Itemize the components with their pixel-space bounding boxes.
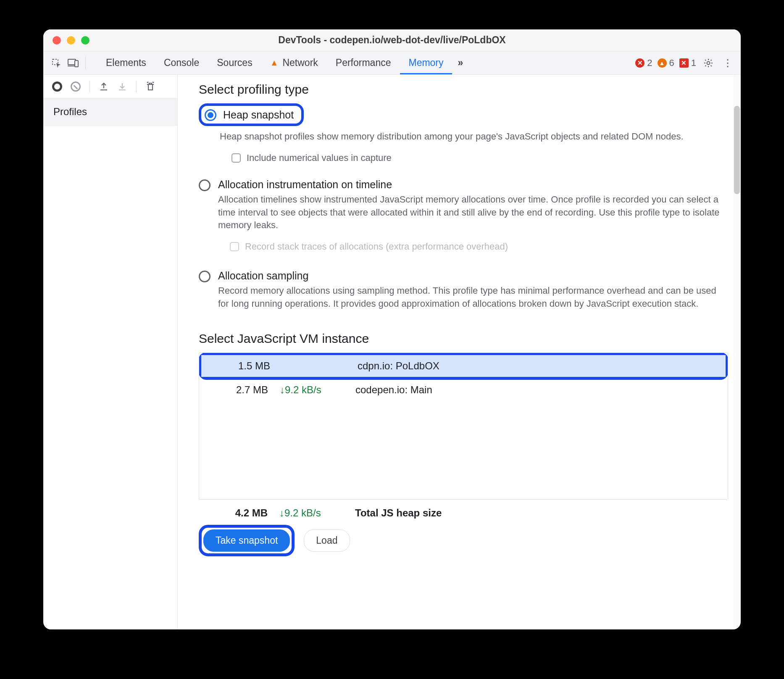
vm-name: codepen.io: Main bbox=[355, 384, 718, 396]
tab-performance[interactable]: Performance bbox=[327, 51, 400, 74]
profiles-sidebar: Profiles bbox=[43, 75, 178, 629]
arrow-down-icon: ↓ bbox=[280, 384, 285, 395]
arrow-down-icon: ↓ bbox=[279, 507, 284, 518]
traffic-lights bbox=[43, 36, 89, 45]
window-zoom-button[interactable] bbox=[81, 36, 89, 45]
status-bar: ✕ 2 ▲ 6 ✕ 1 ⋮ bbox=[635, 56, 735, 70]
option-title: Allocation sampling bbox=[218, 270, 728, 282]
radio-allocation-sampling[interactable] bbox=[199, 271, 210, 282]
warning-icon: ▲ bbox=[270, 58, 279, 68]
window-titlebar: DevTools - codepen.io/web-dot-dev/live/P… bbox=[43, 29, 741, 51]
inspect-element-icon[interactable] bbox=[49, 56, 63, 70]
sidebar-item-label: Profiles bbox=[53, 106, 87, 117]
warning-icon: ▲ bbox=[658, 58, 667, 68]
take-snapshot-button[interactable]: Take snapshot bbox=[203, 529, 290, 552]
tab-label: Elements bbox=[106, 57, 146, 68]
tab-sources[interactable]: Sources bbox=[208, 51, 260, 74]
highlight-ring: Heap snapshot bbox=[199, 103, 304, 126]
memory-panel-main: Select profiling type Heap snapshot Heap… bbox=[178, 75, 741, 629]
issues-icon: ✕ bbox=[679, 58, 689, 68]
issues-count: 1 bbox=[691, 58, 696, 68]
panel-tab-bar: Elements Console Sources ▲ Network Perfo… bbox=[43, 51, 741, 75]
tab-console[interactable]: Console bbox=[155, 51, 208, 74]
tab-label: Memory bbox=[408, 57, 443, 68]
radio-heap-snapshot[interactable] bbox=[205, 109, 216, 121]
total-rate: ↓9.2 kB/s bbox=[279, 507, 351, 519]
checkbox-include-numerical[interactable]: Include numerical values in capture bbox=[232, 153, 728, 163]
heading-profiling-type: Select profiling type bbox=[199, 82, 728, 97]
vm-rate: ↓9.2 kB/s bbox=[280, 384, 351, 396]
vm-totals-row: 4.2 MB ↓9.2 kB/s Total JS heap size bbox=[199, 500, 728, 522]
vm-size: 1.5 MB bbox=[210, 360, 278, 372]
device-toolbar-icon[interactable] bbox=[66, 56, 80, 70]
window-close-button[interactable] bbox=[53, 36, 61, 45]
heading-vm-instance: Select JavaScript VM instance bbox=[199, 332, 728, 346]
action-buttons: Take snapshot Load bbox=[199, 525, 728, 556]
devtools-window: DevTools - codepen.io/web-dot-dev/live/P… bbox=[43, 29, 741, 629]
option-description: Heap snapshot profiles show memory distr… bbox=[220, 130, 728, 143]
more-options-icon[interactable]: ⋮ bbox=[721, 56, 735, 70]
total-size: 4.2 MB bbox=[208, 507, 275, 519]
checkbox-label: Include numerical values in capture bbox=[247, 153, 392, 163]
checkbox-label: Record stack traces of allocations (extr… bbox=[245, 241, 508, 252]
highlight-ring: 1.5 MB cdpn.io: PoLdbOX bbox=[199, 353, 728, 380]
button-label: Load bbox=[316, 535, 337, 546]
tab-elements[interactable]: Elements bbox=[97, 51, 155, 74]
error-count: 2 bbox=[647, 58, 652, 68]
option-title: Heap snapshot bbox=[223, 109, 294, 121]
vm-row[interactable]: 1.5 MB cdpn.io: PoLdbOX bbox=[201, 355, 726, 377]
issues-badge[interactable]: ✕ 1 bbox=[679, 58, 696, 68]
tab-network[interactable]: ▲ Network bbox=[262, 51, 326, 74]
option-heap-snapshot[interactable]: Heap snapshot bbox=[199, 103, 728, 126]
checkbox-icon bbox=[230, 242, 239, 251]
separator bbox=[85, 57, 86, 69]
vm-size: 2.7 MB bbox=[208, 384, 276, 396]
checkbox-record-stack-traces: Record stack traces of allocations (extr… bbox=[230, 241, 728, 252]
warnings-badge[interactable]: ▲ 6 bbox=[658, 58, 674, 68]
button-label: Take snapshot bbox=[216, 535, 278, 546]
tab-label: Sources bbox=[217, 57, 252, 68]
settings-icon[interactable] bbox=[701, 56, 716, 70]
tab-label: Performance bbox=[336, 57, 391, 68]
window-minimize-button[interactable] bbox=[67, 36, 75, 45]
vm-name: cdpn.io: PoLdbOX bbox=[358, 360, 716, 372]
option-description: Allocation timelines show instrumented J… bbox=[218, 193, 728, 232]
checkbox-icon bbox=[232, 153, 241, 163]
warning-count: 6 bbox=[669, 58, 674, 68]
svg-rect-3 bbox=[75, 61, 78, 67]
window-title: DevTools - codepen.io/web-dot-dev/live/P… bbox=[43, 34, 741, 46]
scrollbar-track[interactable] bbox=[733, 75, 741, 629]
option-allocation-sampling[interactable]: Allocation sampling Record memory alloca… bbox=[199, 270, 728, 311]
errors-badge[interactable]: ✕ 2 bbox=[635, 58, 652, 68]
option-title: Allocation instrumentation on timeline bbox=[218, 179, 728, 191]
load-button[interactable]: Load bbox=[304, 529, 350, 552]
vm-instance-table: 1.5 MB cdpn.io: PoLdbOX 2.7 MB ↓9.2 kB/s… bbox=[199, 353, 728, 500]
option-description: Record memory allocations using sampling… bbox=[218, 284, 728, 311]
tab-label: Console bbox=[164, 57, 199, 68]
panel-tabs: Elements Console Sources ▲ Network Perfo… bbox=[97, 51, 468, 74]
sidebar-item-profiles[interactable]: Profiles bbox=[43, 98, 177, 126]
error-icon: ✕ bbox=[635, 58, 645, 68]
highlight-ring: Take snapshot bbox=[199, 525, 295, 556]
scrollbar-thumb[interactable] bbox=[734, 106, 740, 194]
more-tabs-button[interactable]: » bbox=[453, 51, 468, 74]
tab-label: Network bbox=[282, 57, 318, 68]
radio-allocation-timeline[interactable] bbox=[199, 179, 210, 191]
vm-row[interactable]: 2.7 MB ↓9.2 kB/s codepen.io: Main bbox=[199, 379, 728, 401]
tab-memory[interactable]: Memory bbox=[400, 51, 452, 74]
total-label: Total JS heap size bbox=[355, 507, 719, 519]
svg-point-4 bbox=[707, 61, 710, 64]
option-allocation-timeline[interactable]: Allocation instrumentation on timeline A… bbox=[199, 179, 728, 252]
